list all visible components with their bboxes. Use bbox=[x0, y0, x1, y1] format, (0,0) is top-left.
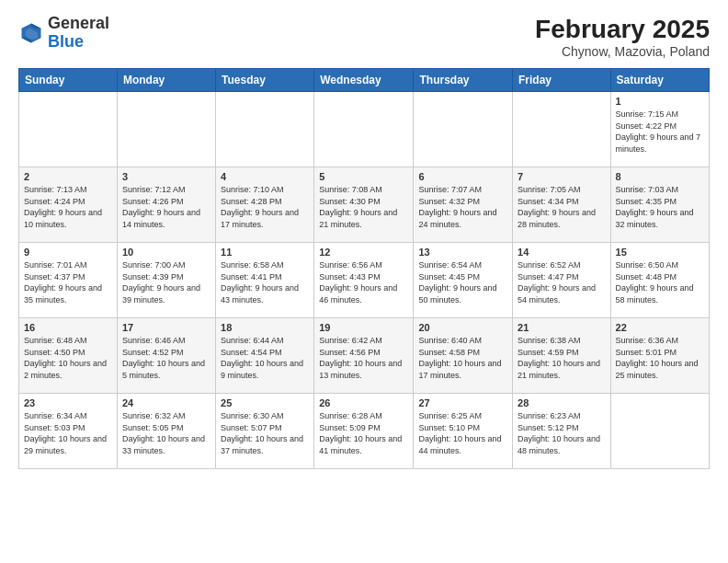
calendar-day-cell: 15Sunrise: 6:50 AM Sunset: 4:48 PM Dayli… bbox=[610, 243, 709, 318]
day-number: 24 bbox=[122, 397, 210, 408]
calendar-day-cell: 2Sunrise: 7:13 AM Sunset: 4:24 PM Daylig… bbox=[19, 167, 118, 243]
day-of-week-header: Monday bbox=[117, 69, 215, 92]
day-info: Sunrise: 6:32 AM Sunset: 5:05 PM Dayligh… bbox=[122, 410, 210, 456]
day-info: Sunrise: 7:05 AM Sunset: 4:34 PM Dayligh… bbox=[518, 184, 606, 230]
calendar-day-cell: 20Sunrise: 6:40 AM Sunset: 4:58 PM Dayli… bbox=[414, 318, 513, 394]
day-number: 19 bbox=[319, 322, 408, 333]
day-number: 28 bbox=[518, 397, 606, 408]
calendar-day-cell: 6Sunrise: 7:07 AM Sunset: 4:32 PM Daylig… bbox=[414, 167, 513, 243]
calendar-day-cell: 27Sunrise: 6:25 AM Sunset: 5:10 PM Dayli… bbox=[414, 394, 513, 469]
day-number: 21 bbox=[518, 322, 606, 333]
day-number: 7 bbox=[518, 171, 606, 182]
day-number: 15 bbox=[616, 247, 704, 258]
day-info: Sunrise: 6:54 AM Sunset: 4:45 PM Dayligh… bbox=[418, 259, 507, 305]
logo: General Blue bbox=[18, 15, 109, 52]
day-number: 5 bbox=[319, 171, 408, 182]
day-number: 22 bbox=[616, 322, 704, 333]
day-of-week-header: Friday bbox=[513, 69, 611, 92]
calendar-day-cell bbox=[216, 92, 314, 167]
day-number: 12 bbox=[319, 247, 408, 258]
calendar-day-cell: 9Sunrise: 7:01 AM Sunset: 4:37 PM Daylig… bbox=[19, 243, 118, 318]
calendar-day-cell: 7Sunrise: 7:05 AM Sunset: 4:34 PM Daylig… bbox=[513, 167, 611, 243]
day-info: Sunrise: 6:44 AM Sunset: 4:54 PM Dayligh… bbox=[221, 335, 309, 381]
calendar-week-row: 23Sunrise: 6:34 AM Sunset: 5:03 PM Dayli… bbox=[19, 394, 710, 469]
day-info: Sunrise: 6:46 AM Sunset: 4:52 PM Dayligh… bbox=[122, 335, 210, 381]
day-info: Sunrise: 6:50 AM Sunset: 4:48 PM Dayligh… bbox=[616, 259, 704, 305]
day-number: 16 bbox=[24, 322, 112, 333]
calendar-day-cell bbox=[610, 394, 709, 469]
calendar-day-cell: 3Sunrise: 7:12 AM Sunset: 4:26 PM Daylig… bbox=[117, 167, 215, 243]
day-info: Sunrise: 6:25 AM Sunset: 5:10 PM Dayligh… bbox=[418, 410, 507, 456]
calendar-day-cell: 10Sunrise: 7:00 AM Sunset: 4:39 PM Dayli… bbox=[117, 243, 215, 318]
day-info: Sunrise: 7:12 AM Sunset: 4:26 PM Dayligh… bbox=[122, 184, 210, 230]
calendar-day-cell: 12Sunrise: 6:56 AM Sunset: 4:43 PM Dayli… bbox=[314, 243, 414, 318]
day-info: Sunrise: 7:03 AM Sunset: 4:35 PM Dayligh… bbox=[616, 184, 704, 230]
calendar-day-cell: 4Sunrise: 7:10 AM Sunset: 4:28 PM Daylig… bbox=[216, 167, 314, 243]
day-of-week-header: Sunday bbox=[19, 69, 118, 92]
calendar-day-cell: 26Sunrise: 6:28 AM Sunset: 5:09 PM Dayli… bbox=[314, 394, 414, 469]
title-block: February 2025 Chynow, Mazovia, Poland bbox=[535, 15, 710, 59]
day-info: Sunrise: 7:13 AM Sunset: 4:24 PM Dayligh… bbox=[24, 184, 112, 230]
day-info: Sunrise: 6:40 AM Sunset: 4:58 PM Dayligh… bbox=[418, 335, 507, 381]
calendar-day-cell: 13Sunrise: 6:54 AM Sunset: 4:45 PM Dayli… bbox=[414, 243, 513, 318]
day-info: Sunrise: 7:07 AM Sunset: 4:32 PM Dayligh… bbox=[418, 184, 507, 230]
day-info: Sunrise: 6:56 AM Sunset: 4:43 PM Dayligh… bbox=[319, 259, 408, 305]
day-info: Sunrise: 7:15 AM Sunset: 4:22 PM Dayligh… bbox=[616, 109, 704, 155]
day-number: 2 bbox=[24, 171, 112, 182]
day-info: Sunrise: 6:23 AM Sunset: 5:12 PM Dayligh… bbox=[518, 410, 606, 456]
day-number: 9 bbox=[24, 247, 112, 258]
day-info: Sunrise: 7:01 AM Sunset: 4:37 PM Dayligh… bbox=[24, 259, 112, 305]
day-number: 1 bbox=[616, 96, 704, 107]
day-number: 11 bbox=[221, 247, 309, 258]
calendar-day-cell bbox=[513, 92, 611, 167]
calendar-day-cell: 18Sunrise: 6:44 AM Sunset: 4:54 PM Dayli… bbox=[216, 318, 314, 394]
calendar-day-cell: 25Sunrise: 6:30 AM Sunset: 5:07 PM Dayli… bbox=[216, 394, 314, 469]
location: Chynow, Mazovia, Poland bbox=[535, 44, 710, 59]
month-year: February 2025 bbox=[535, 15, 710, 44]
day-of-week-header: Wednesday bbox=[314, 69, 414, 92]
day-info: Sunrise: 7:08 AM Sunset: 4:30 PM Dayligh… bbox=[319, 184, 408, 230]
day-info: Sunrise: 7:00 AM Sunset: 4:39 PM Dayligh… bbox=[122, 259, 210, 305]
day-number: 3 bbox=[122, 171, 210, 182]
day-info: Sunrise: 6:48 AM Sunset: 4:50 PM Dayligh… bbox=[24, 335, 112, 381]
calendar-day-cell: 14Sunrise: 6:52 AM Sunset: 4:47 PM Dayli… bbox=[513, 243, 611, 318]
day-info: Sunrise: 6:28 AM Sunset: 5:09 PM Dayligh… bbox=[319, 410, 408, 456]
day-number: 4 bbox=[221, 171, 309, 182]
calendar-header-row: SundayMondayTuesdayWednesdayThursdayFrid… bbox=[19, 69, 710, 92]
calendar-week-row: 16Sunrise: 6:48 AM Sunset: 4:50 PM Dayli… bbox=[19, 318, 710, 394]
day-number: 13 bbox=[418, 247, 507, 258]
day-info: Sunrise: 6:30 AM Sunset: 5:07 PM Dayligh… bbox=[221, 410, 309, 456]
day-info: Sunrise: 6:38 AM Sunset: 4:59 PM Dayligh… bbox=[518, 335, 606, 381]
calendar-day-cell bbox=[117, 92, 215, 167]
calendar-day-cell: 28Sunrise: 6:23 AM Sunset: 5:12 PM Dayli… bbox=[513, 394, 611, 469]
calendar-week-row: 9Sunrise: 7:01 AM Sunset: 4:37 PM Daylig… bbox=[19, 243, 710, 318]
calendar-table: SundayMondayTuesdayWednesdayThursdayFrid… bbox=[18, 68, 710, 469]
calendar-day-cell: 8Sunrise: 7:03 AM Sunset: 4:35 PM Daylig… bbox=[610, 167, 709, 243]
header: General Blue February 2025 Chynow, Mazov… bbox=[18, 15, 710, 59]
page: General Blue February 2025 Chynow, Mazov… bbox=[0, 0, 728, 563]
calendar-day-cell bbox=[414, 92, 513, 167]
calendar-day-cell: 16Sunrise: 6:48 AM Sunset: 4:50 PM Dayli… bbox=[19, 318, 118, 394]
day-of-week-header: Tuesday bbox=[216, 69, 314, 92]
day-of-week-header: Saturday bbox=[610, 69, 709, 92]
day-number: 27 bbox=[418, 397, 507, 408]
day-info: Sunrise: 6:52 AM Sunset: 4:47 PM Dayligh… bbox=[518, 259, 606, 305]
calendar-day-cell: 19Sunrise: 6:42 AM Sunset: 4:56 PM Dayli… bbox=[314, 318, 414, 394]
day-number: 10 bbox=[122, 247, 210, 258]
calendar-day-cell bbox=[314, 92, 414, 167]
day-info: Sunrise: 6:42 AM Sunset: 4:56 PM Dayligh… bbox=[319, 335, 408, 381]
day-info: Sunrise: 6:36 AM Sunset: 5:01 PM Dayligh… bbox=[616, 335, 704, 381]
logo-general: General bbox=[48, 14, 109, 32]
logo-text: General Blue bbox=[48, 15, 109, 52]
calendar-week-row: 1Sunrise: 7:15 AM Sunset: 4:22 PM Daylig… bbox=[19, 92, 710, 167]
calendar-day-cell: 11Sunrise: 6:58 AM Sunset: 4:41 PM Dayli… bbox=[216, 243, 314, 318]
day-number: 17 bbox=[122, 322, 210, 333]
day-number: 14 bbox=[518, 247, 606, 258]
calendar-day-cell: 1Sunrise: 7:15 AM Sunset: 4:22 PM Daylig… bbox=[610, 92, 709, 167]
calendar-week-row: 2Sunrise: 7:13 AM Sunset: 4:24 PM Daylig… bbox=[19, 167, 710, 243]
day-info: Sunrise: 7:10 AM Sunset: 4:28 PM Dayligh… bbox=[221, 184, 309, 230]
day-info: Sunrise: 6:58 AM Sunset: 4:41 PM Dayligh… bbox=[221, 259, 309, 305]
calendar-day-cell: 21Sunrise: 6:38 AM Sunset: 4:59 PM Dayli… bbox=[513, 318, 611, 394]
calendar-day-cell bbox=[19, 92, 118, 167]
day-number: 20 bbox=[418, 322, 507, 333]
